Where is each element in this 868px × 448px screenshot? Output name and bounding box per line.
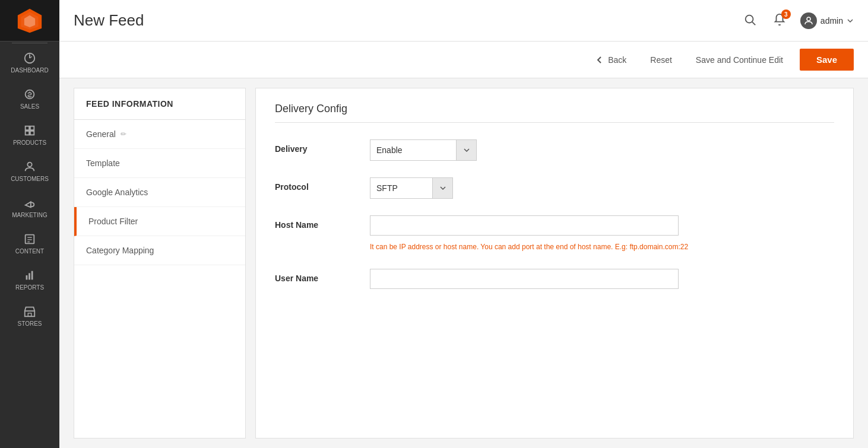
sidebar-item-stores[interactable]: STORES (0, 298, 59, 334)
right-panel: Delivery Config Delivery Enable (255, 88, 854, 439)
content-area: FEED INFORMATION General ✏ Template Goog… (59, 78, 868, 448)
back-button[interactable]: Back (588, 50, 633, 69)
hostname-field-row: Host Name It can be IP address or host n… (275, 215, 834, 252)
sidebar-item-label-marketing: MARKETING (12, 212, 47, 218)
sidebar-item-customers[interactable]: CUSTOMERS (0, 153, 59, 189)
sidebar: DASHBOARD SALES PRODUCTS CUSTOMERS MARKE… (0, 0, 59, 448)
notification-button[interactable]: 3 (771, 11, 788, 30)
svg-point-21 (807, 17, 810, 21)
top-header: New Feed 3 (59, 0, 868, 42)
reset-button[interactable]: Reset (643, 50, 679, 69)
username-field-row: User Name (275, 269, 834, 289)
svg-rect-7 (26, 131, 29, 135)
protocol-select[interactable]: SFTP (370, 177, 453, 199)
sidebar-item-label-content: CONTENT (15, 248, 44, 255)
sidebar-item-products[interactable]: PRODUCTS (0, 117, 59, 153)
svg-rect-5 (26, 126, 29, 130)
chevron-down-icon (463, 147, 470, 154)
admin-label: admin (821, 16, 843, 26)
delivery-select[interactable]: Enable (370, 139, 477, 161)
left-panel-item-general[interactable]: General ✏ (74, 120, 245, 149)
hostname-label: Host Name (275, 215, 370, 230)
left-panel-item-product-filter[interactable]: Product Filter (74, 207, 245, 236)
section-title: Delivery Config (275, 103, 834, 123)
protocol-arrow[interactable] (432, 178, 452, 198)
left-panel-title: FEED INFORMATION (74, 88, 245, 120)
delivery-arrow[interactable] (456, 140, 476, 160)
sidebar-item-sales[interactable]: SALES (0, 81, 59, 117)
sidebar-item-dashboard[interactable]: DASHBOARD (0, 45, 59, 81)
sidebar-item-content[interactable]: CONTENT (0, 225, 59, 262)
delivery-label: Delivery (275, 139, 370, 154)
notification-badge: 3 (781, 9, 791, 19)
search-button[interactable] (741, 11, 759, 30)
svg-point-9 (27, 163, 31, 167)
protocol-control: SFTP (370, 177, 834, 199)
sidebar-item-label-reports: REPORTS (15, 284, 44, 291)
left-panel: FEED INFORMATION General ✏ Template Goog… (74, 88, 246, 439)
hostname-hint: It can be IP address or host name. You c… (370, 242, 834, 252)
svg-point-19 (746, 15, 753, 23)
edit-icon: ✏ (121, 130, 126, 138)
page-title: New Feed (74, 11, 144, 30)
action-bar: Back Reset Save and Continue Edit Save (59, 42, 868, 78)
sidebar-item-label-stores: STORES (18, 320, 42, 327)
sidebar-item-label-dashboard: DASHBOARD (11, 67, 48, 74)
svg-rect-8 (30, 131, 34, 135)
username-label: User Name (275, 269, 370, 283)
sidebar-item-label-products: PRODUCTS (13, 139, 46, 146)
header-actions: 3 admin (741, 11, 854, 30)
chevron-down-icon (847, 17, 854, 24)
username-control (370, 269, 834, 289)
admin-avatar (800, 12, 817, 29)
left-panel-item-google-analytics[interactable]: Google Analytics (74, 178, 245, 207)
chevron-down-icon (439, 185, 446, 192)
left-panel-item-category-mapping[interactable]: Category Mapping (74, 236, 245, 265)
svg-rect-6 (30, 126, 34, 130)
svg-rect-16 (31, 271, 33, 280)
svg-line-20 (752, 22, 755, 25)
svg-rect-14 (26, 275, 28, 279)
svg-rect-15 (28, 273, 30, 279)
sidebar-item-label-sales: SALES (20, 103, 39, 110)
arrow-left-icon (595, 55, 604, 65)
save-continue-button[interactable]: Save and Continue Edit (689, 50, 790, 69)
save-button[interactable]: Save (800, 49, 854, 71)
left-panel-item-template[interactable]: Template (74, 149, 245, 178)
protocol-value: SFTP (370, 179, 432, 197)
hostname-control: It can be IP address or host name. You c… (370, 215, 834, 252)
sidebar-item-marketing[interactable]: MARKETING (0, 189, 59, 225)
protocol-field-row: Protocol SFTP (275, 177, 834, 199)
sidebar-item-reports[interactable]: REPORTS (0, 262, 59, 298)
delivery-value: Enable (370, 141, 456, 159)
sidebar-logo (0, 0, 59, 42)
hostname-input[interactable] (370, 215, 679, 236)
protocol-label: Protocol (275, 177, 370, 192)
username-input[interactable] (370, 269, 679, 289)
admin-button[interactable]: admin (800, 12, 854, 29)
sidebar-item-label-customers: CUSTOMERS (11, 176, 49, 182)
delivery-control: Enable (370, 139, 834, 161)
delivery-field-row: Delivery Enable (275, 139, 834, 161)
main-area: New Feed 3 (59, 0, 868, 448)
svg-rect-17 (25, 311, 35, 316)
